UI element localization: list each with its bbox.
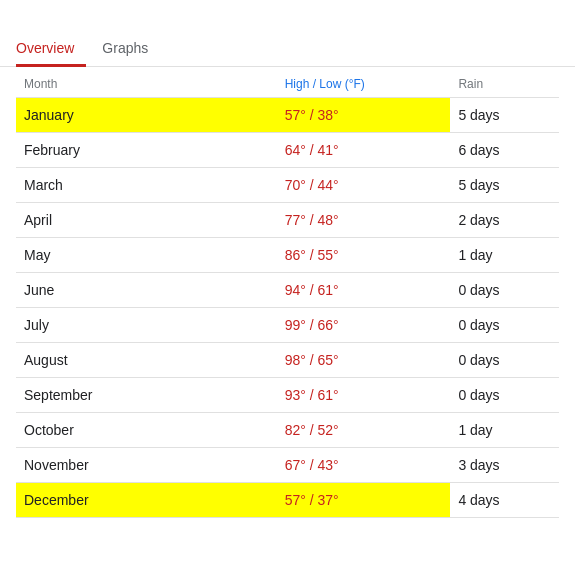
cell-month: August (16, 343, 277, 378)
header (0, 0, 575, 28)
col-header-rain: Rain (450, 67, 559, 98)
cell-rain: 0 days (450, 273, 559, 308)
cell-month: November (16, 448, 277, 483)
tab-bar: Overview Graphs (0, 32, 575, 67)
col-header-month: Month (16, 67, 277, 98)
cell-highlow: 67° / 43° (277, 448, 451, 483)
cell-month: January (16, 98, 277, 133)
cell-month: September (16, 378, 277, 413)
cell-month: May (16, 238, 277, 273)
cell-highlow: 86° / 55° (277, 238, 451, 273)
col-header-highlow: High / Low (°F) (277, 67, 451, 98)
table-row: April77° / 48°2 days (16, 203, 559, 238)
cell-rain: 5 days (450, 98, 559, 133)
cell-rain: 0 days (450, 308, 559, 343)
table-row: January57° / 38°5 days (16, 98, 559, 133)
cell-highlow: 99° / 66° (277, 308, 451, 343)
cell-rain: 1 day (450, 413, 559, 448)
weather-table-container: Month High / Low (°F) Rain January57° / … (0, 67, 575, 518)
cell-month: March (16, 168, 277, 203)
cell-rain: 0 days (450, 343, 559, 378)
cell-highlow: 57° / 37° (277, 483, 451, 518)
cell-highlow: 77° / 48° (277, 203, 451, 238)
cell-month: October (16, 413, 277, 448)
table-row: July99° / 66°0 days (16, 308, 559, 343)
table-row: February64° / 41°6 days (16, 133, 559, 168)
cell-rain: 5 days (450, 168, 559, 203)
weather-table: Month High / Low (°F) Rain January57° / … (16, 67, 559, 518)
cell-month: April (16, 203, 277, 238)
table-row: March70° / 44°5 days (16, 168, 559, 203)
cell-month: July (16, 308, 277, 343)
table-row: October82° / 52°1 day (16, 413, 559, 448)
cell-rain: 2 days (450, 203, 559, 238)
cell-rain: 0 days (450, 378, 559, 413)
table-row: May86° / 55°1 day (16, 238, 559, 273)
table-row: September93° / 61°0 days (16, 378, 559, 413)
cell-month: February (16, 133, 277, 168)
table-row: November67° / 43°3 days (16, 448, 559, 483)
cell-highlow: 70° / 44° (277, 168, 451, 203)
cell-highlow: 82° / 52° (277, 413, 451, 448)
table-header-row: Month High / Low (°F) Rain (16, 67, 559, 98)
cell-highlow: 64° / 41° (277, 133, 451, 168)
table-row: December57° / 37°4 days (16, 483, 559, 518)
cell-rain: 4 days (450, 483, 559, 518)
cell-highlow: 57° / 38° (277, 98, 451, 133)
tab-graphs[interactable]: Graphs (102, 32, 160, 67)
cell-rain: 3 days (450, 448, 559, 483)
cell-highlow: 98° / 65° (277, 343, 451, 378)
tab-overview[interactable]: Overview (16, 32, 86, 67)
cell-rain: 1 day (450, 238, 559, 273)
table-row: August98° / 65°0 days (16, 343, 559, 378)
table-row: June94° / 61°0 days (16, 273, 559, 308)
cell-month: June (16, 273, 277, 308)
cell-highlow: 94° / 61° (277, 273, 451, 308)
cell-highlow: 93° / 61° (277, 378, 451, 413)
cell-rain: 6 days (450, 133, 559, 168)
cell-month: December (16, 483, 277, 518)
